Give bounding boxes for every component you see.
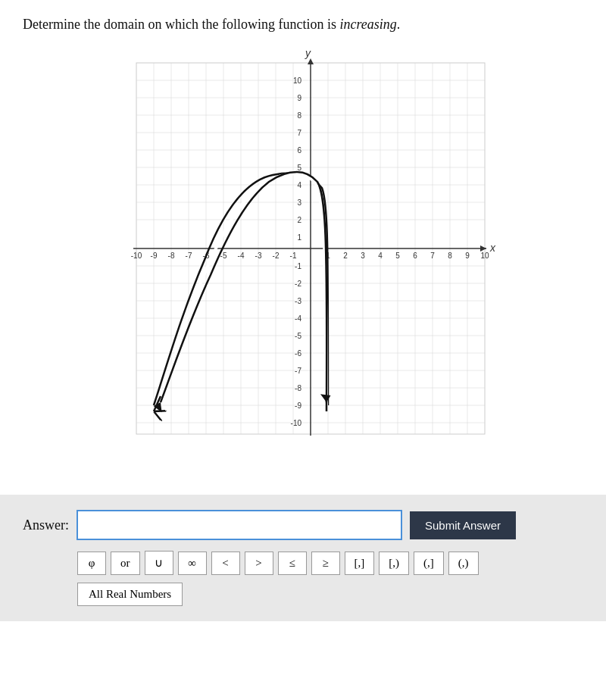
svg-text:6: 6 — [297, 146, 301, 155]
svg-text:-8: -8 — [168, 252, 175, 260]
symbol-greater-equal[interactable]: ≥ — [311, 552, 340, 575]
symbol-bracket-half-open[interactable]: [,) — [379, 552, 409, 575]
svg-text:4: 4 — [378, 252, 383, 260]
symbol-infinity[interactable]: ∞ — [178, 552, 207, 575]
submit-button[interactable]: Submit Answer — [410, 511, 516, 539]
symbol-row: φ or ∪ ∞ < > ≤ ≥ [,] [,) (,] (,) — [77, 551, 583, 575]
svg-text:8: 8 — [297, 111, 301, 120]
svg-text:-10: -10 — [291, 419, 302, 427]
symbol-paren-half-open[interactable]: (,] — [414, 552, 444, 575]
svg-text:10: 10 — [293, 77, 302, 85]
svg-text:-7: -7 — [295, 367, 301, 375]
svg-text:-9: -9 — [151, 252, 158, 260]
answer-input[interactable] — [77, 510, 402, 540]
svg-text:8: 8 — [448, 252, 452, 260]
svg-text:-4: -4 — [295, 314, 301, 323]
symbol-bracket-closed[interactable]: [,] — [345, 552, 375, 575]
svg-text:4: 4 — [297, 181, 301, 189]
svg-text:9: 9 — [297, 94, 301, 102]
svg-text:-3: -3 — [255, 252, 262, 260]
svg-text:-4: -4 — [238, 252, 245, 260]
question-text: Determine the domain on which the follow… — [23, 15, 583, 34]
question-prefix: Determine the domain on which the follow… — [23, 17, 339, 32]
x-axis-label: x — [489, 242, 496, 254]
svg-text:-10: -10 — [131, 252, 142, 260]
svg-text:10: 10 — [480, 252, 489, 260]
symbol-less-equal[interactable]: ≤ — [278, 552, 307, 575]
answer-area: Answer: Submit Answer φ or ∪ ∞ < > ≤ ≥ [… — [0, 495, 606, 621]
svg-text:-1: -1 — [295, 262, 301, 270]
y-axis-arrow — [308, 58, 314, 64]
symbol-union[interactable]: ∪ — [145, 551, 173, 575]
svg-text:7: 7 — [430, 252, 435, 260]
svg-text:-2: -2 — [295, 280, 301, 288]
question-italic: increasing — [339, 17, 396, 32]
svg-text:1: 1 — [297, 233, 301, 242]
svg-text:-5: -5 — [295, 332, 301, 340]
svg-text:-8: -8 — [295, 384, 301, 392]
symbol-paren-open[interactable]: (,) — [448, 552, 479, 575]
svg-text:-1: -1 — [290, 252, 297, 260]
svg-text:9: 9 — [465, 252, 470, 260]
svg-text:3: 3 — [297, 198, 301, 207]
symbol-greater-than[interactable]: > — [245, 552, 273, 575]
symbol-phi[interactable]: φ — [77, 552, 106, 575]
answer-label: Answer: — [23, 517, 69, 533]
svg-text:-2: -2 — [273, 252, 280, 260]
symbol-or[interactable]: or — [111, 552, 140, 575]
svg-text:5: 5 — [395, 252, 400, 260]
graph-svg: x y -10 -9 -8 -7 -6 -5 -4 -3 -2 -1 1 2 3… — [106, 48, 500, 472]
svg-text:-6: -6 — [295, 349, 301, 358]
svg-text:-9: -9 — [295, 402, 301, 410]
svg-text:-3: -3 — [295, 297, 301, 305]
svg-text:5: 5 — [297, 164, 301, 172]
answer-row: Answer: Submit Answer — [23, 510, 583, 540]
graph-container: x y -10 -9 -8 -7 -6 -5 -4 -3 -2 -1 1 2 3… — [23, 48, 583, 480]
all-real-numbers-button[interactable]: All Real Numbers — [77, 583, 183, 606]
y-axis-label: y — [305, 48, 311, 59]
svg-text:-7: -7 — [186, 252, 192, 260]
question-area: Determine the domain on which the follow… — [0, 0, 606, 487]
svg-text:7: 7 — [297, 129, 301, 137]
question-suffix: . — [397, 17, 401, 32]
symbol-less-than[interactable]: < — [211, 552, 240, 575]
svg-text:2: 2 — [297, 216, 301, 224]
svg-text:6: 6 — [413, 252, 417, 260]
svg-text:3: 3 — [361, 252, 365, 260]
svg-text:2: 2 — [343, 252, 348, 260]
